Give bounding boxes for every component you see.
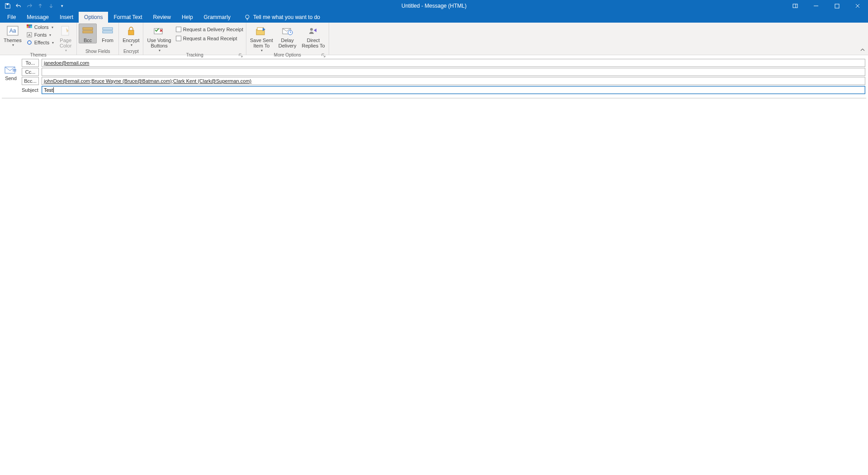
group-encrypt: Encrypt▾ Encrypt (119, 23, 143, 55)
page-color-button[interactable]: Page Color▾ (57, 24, 75, 52)
svg-rect-10 (28, 26, 30, 28)
tab-format-text[interactable]: Format Text (108, 12, 147, 23)
group-label-tracking: Tracking (145, 52, 244, 58)
save-sent-icon (254, 24, 269, 37)
ribbon-tabs: File Message Insert Options Format Text … (0, 12, 868, 23)
tab-review[interactable]: Review (148, 12, 176, 23)
delay-delivery-icon (280, 24, 295, 37)
dialog-launcher-icon[interactable] (321, 53, 326, 58)
tab-file[interactable]: File (2, 12, 21, 23)
save-icon[interactable] (5, 3, 11, 9)
lightbulb-icon (244, 14, 250, 20)
qat-customize-icon[interactable]: ▾ (59, 3, 65, 9)
tab-message[interactable]: Message (21, 12, 54, 23)
collapse-ribbon-icon[interactable] (860, 46, 865, 54)
svg-point-26 (310, 28, 313, 31)
group-themes: Aa Themes▾ Colors▾ AFonts▾ Effects▾ Page… (0, 23, 77, 55)
request-delivery-receipt[interactable]: Request a Delivery Receipt (175, 26, 244, 33)
window-title: Untitled - Message (HTML) (401, 3, 467, 9)
fonts-button[interactable]: AFonts▾ (25, 31, 55, 38)
cc-button[interactable]: Cc... (22, 68, 39, 76)
lock-icon (124, 24, 138, 37)
tell-me-label: Tell me what you want to do (253, 14, 320, 20)
ribbon: Aa Themes▾ Colors▾ AFonts▾ Effects▾ Page… (0, 23, 868, 55)
fonts-icon: A (26, 32, 33, 38)
svg-rect-23 (257, 28, 264, 30)
minimize-button[interactable] (806, 0, 826, 12)
request-read-receipt[interactable]: Request a Read Receipt (175, 35, 244, 42)
svg-rect-8 (30, 24, 32, 26)
ribbon-display-options[interactable] (785, 0, 806, 12)
svg-rect-19 (103, 31, 113, 33)
svg-rect-28 (13, 69, 16, 70)
colors-icon (26, 24, 33, 30)
group-label-encrypt: Encrypt (121, 49, 141, 55)
colors-button[interactable]: Colors▾ (25, 24, 55, 31)
svg-rect-7 (28, 24, 30, 26)
tab-options[interactable]: Options (79, 12, 108, 23)
themes-icon: Aa (5, 24, 20, 37)
tab-help[interactable]: Help (176, 12, 198, 23)
page-color-icon (58, 24, 73, 37)
voting-icon (152, 24, 166, 37)
next-item-icon[interactable] (48, 3, 54, 9)
direct-replies-to[interactable]: Direct Replies To (300, 24, 326, 48)
encrypt-button[interactable]: Encrypt▾ (121, 24, 141, 47)
from-toggle[interactable]: From (99, 24, 117, 43)
svg-rect-6 (27, 24, 28, 26)
undo-icon[interactable] (15, 3, 22, 9)
prev-item-icon[interactable] (37, 3, 43, 9)
effects-button[interactable]: Effects▾ (25, 39, 55, 46)
to-button[interactable]: To... (22, 59, 39, 67)
group-tracking: Use Voting Buttons▾ Request a Delivery R… (143, 23, 246, 55)
message-body[interactable] (2, 98, 866, 470)
tab-insert[interactable]: Insert (54, 12, 79, 23)
maximize-button[interactable] (826, 0, 847, 12)
close-button[interactable] (847, 0, 868, 12)
group-label-show-fields: Show Fields (79, 49, 117, 55)
group-label-more-options: More Options (248, 52, 327, 58)
dialog-launcher-icon[interactable] (239, 53, 243, 58)
send-button[interactable]: Send (2, 59, 20, 94)
bcc-field[interactable]: johnDoe@email.com; Bruce Wayne (Bruce@Ba… (42, 77, 865, 85)
svg-rect-17 (83, 31, 93, 33)
svg-rect-11 (30, 26, 32, 28)
tab-grammarly[interactable]: Grammarly (198, 12, 236, 23)
svg-text:A: A (28, 33, 31, 37)
group-more-options: Save Sent Item To▾ Delay Delivery Direct… (246, 23, 329, 55)
send-icon (5, 66, 17, 74)
delay-delivery[interactable]: Delay Delivery (277, 24, 298, 48)
use-voting-buttons[interactable]: Use Voting Buttons▾ (145, 24, 173, 52)
svg-rect-20 (128, 30, 134, 35)
save-sent-item-to[interactable]: Save Sent Item To▾ (248, 24, 275, 52)
compose-header: Send To... janedoe@email.com Cc... Bcc..… (0, 55, 868, 96)
checkbox-icon (176, 27, 181, 32)
text-cursor (53, 87, 54, 93)
effects-icon (26, 39, 33, 46)
checkbox-icon (176, 36, 181, 41)
bcc-button[interactable]: Bcc... (22, 77, 39, 85)
bcc-toggle[interactable]: Bcc (79, 24, 97, 43)
tell-me-search[interactable]: Tell me what you want to do (241, 12, 323, 23)
svg-text:Aa: Aa (9, 28, 16, 34)
svg-point-3 (245, 15, 249, 19)
chevron-down-icon: ▾ (12, 43, 14, 47)
titlebar: ▾ Untitled - Message (HTML) (0, 0, 868, 12)
svg-rect-0 (6, 4, 8, 5)
group-show-fields: Bcc From Show Fields (77, 23, 119, 55)
group-label-themes: Themes (2, 52, 75, 58)
svg-rect-16 (83, 28, 93, 30)
subject-field[interactable]: Test (42, 86, 865, 94)
bcc-icon (80, 24, 95, 37)
direct-replies-icon (306, 24, 321, 37)
quick-access-toolbar: ▾ (0, 3, 65, 9)
themes-button[interactable]: Aa Themes▾ (2, 24, 24, 47)
svg-rect-18 (103, 28, 113, 30)
window-controls (785, 0, 868, 12)
cc-field[interactable] (42, 68, 865, 76)
to-field[interactable]: janedoe@email.com (42, 59, 865, 67)
svg-point-14 (28, 41, 31, 44)
svg-rect-9 (27, 26, 28, 28)
redo-icon[interactable] (26, 3, 33, 9)
svg-rect-29 (13, 71, 16, 71)
